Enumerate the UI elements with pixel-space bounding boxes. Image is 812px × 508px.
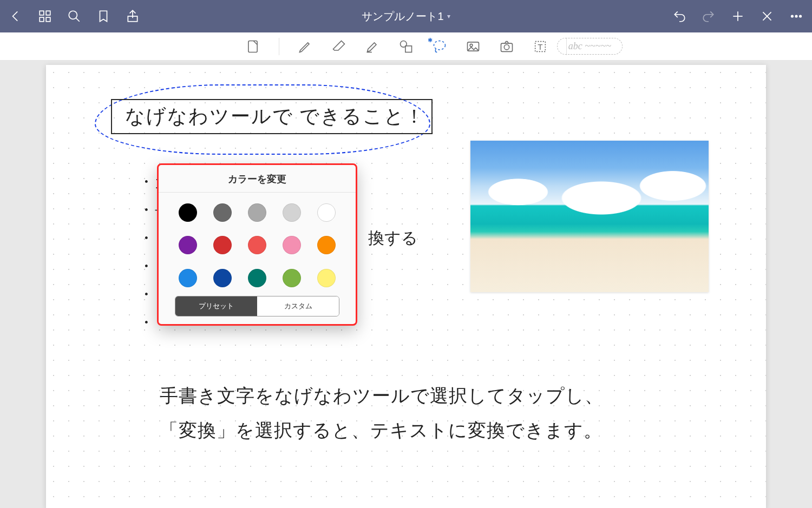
chevron-down-icon: ▾ (447, 12, 450, 20)
search-icon[interactable] (67, 9, 81, 23)
pen-tool-icon[interactable] (298, 39, 313, 54)
custom-tab[interactable]: カスタム (257, 296, 339, 316)
image-tool-icon[interactable] (466, 39, 481, 54)
text-tool-icon[interactable]: T (533, 39, 548, 54)
document-title[interactable]: サンプルノート1 ▾ (140, 9, 672, 24)
color-swatch-grid (159, 193, 356, 293)
redo-icon[interactable] (702, 9, 716, 23)
highlighter-tool-icon[interactable] (365, 39, 380, 54)
color-swatch[interactable] (248, 203, 266, 222)
page-tool-icon[interactable] (245, 39, 260, 54)
svg-point-13 (800, 15, 801, 17)
note-page[interactable]: なげなわツールで できること ! カ + x換する 手書き文字をなげなわツールで… (46, 65, 766, 508)
svg-line-5 (76, 18, 80, 22)
svg-point-20 (470, 44, 473, 47)
svg-point-11 (791, 15, 793, 17)
preset-tab[interactable]: プリセット (175, 296, 257, 316)
svg-rect-0 (40, 11, 44, 15)
handwritten-title[interactable]: なげなわツールで できること ! (111, 99, 433, 134)
color-swatch[interactable] (213, 269, 232, 287)
undo-icon[interactable] (672, 9, 686, 23)
canvas-area: なげなわツールで できること ! カ + x換する 手書き文字をなげなわツールで… (0, 61, 812, 508)
toolbar-separator (279, 38, 279, 55)
svg-rect-17 (405, 45, 412, 52)
color-swatch[interactable] (283, 203, 301, 222)
svg-rect-2 (40, 17, 44, 22)
color-swatch[interactable] (248, 236, 266, 254)
color-swatch[interactable] (179, 236, 197, 254)
svg-rect-14 (248, 41, 257, 52)
color-swatch[interactable] (213, 203, 232, 222)
bluetooth-icon: ✱ (428, 37, 433, 44)
app-topbar: サンプルノート1 ▾ (0, 0, 812, 32)
share-icon[interactable] (126, 9, 140, 23)
lasso-tool-icon[interactable]: ✱ (432, 39, 447, 54)
back-icon[interactable] (9, 9, 23, 23)
color-swatch[interactable] (317, 269, 336, 287)
color-swatch[interactable] (283, 236, 301, 254)
svg-point-22 (504, 44, 509, 49)
svg-text:T: T (538, 42, 542, 51)
color-swatch[interactable] (213, 236, 232, 254)
handwritten-line: 「変換」を選択すると、テキストに変換できます。 (160, 413, 604, 448)
more-icon[interactable] (789, 9, 803, 23)
embedded-image-beach[interactable] (470, 141, 709, 292)
color-swatch[interactable] (283, 269, 301, 287)
handwriting-preview[interactable]: abc ~~~~~ (557, 38, 623, 55)
document-title-text: サンプルノート1 (362, 9, 443, 24)
color-swatch[interactable] (317, 203, 336, 222)
svg-point-4 (69, 11, 77, 19)
svg-point-12 (795, 15, 797, 17)
color-swatch[interactable] (179, 269, 197, 287)
eraser-tool-icon[interactable] (331, 39, 346, 54)
handwritten-paragraph: 手書き文字をなげなわツールで選択してタップし、 「変換」を選択すると、テキストに… (160, 379, 604, 448)
color-swatch[interactable] (317, 236, 336, 254)
popover-title: カラーを変更 (159, 165, 356, 193)
color-swatch[interactable] (179, 203, 197, 222)
color-mode-segmented: プリセット カスタム (175, 296, 339, 316)
close-cross-icon[interactable] (760, 9, 774, 23)
camera-tool-icon[interactable] (499, 39, 514, 54)
grid-icon[interactable] (38, 9, 52, 23)
color-swatch[interactable] (248, 269, 266, 287)
color-change-popover: カラーを変更 プリセット カスタム (157, 163, 357, 326)
bookmark-icon[interactable] (96, 9, 110, 23)
shapes-tool-icon[interactable] (398, 39, 414, 54)
add-icon[interactable] (731, 9, 745, 23)
svg-rect-3 (46, 17, 50, 22)
svg-point-18 (434, 41, 446, 49)
svg-rect-1 (46, 11, 50, 15)
tool-toolbar: ✱ T abc ~~~~~ (0, 32, 812, 61)
handwritten-line: 手書き文字をなげなわツールで選択してタップし、 (160, 379, 604, 413)
